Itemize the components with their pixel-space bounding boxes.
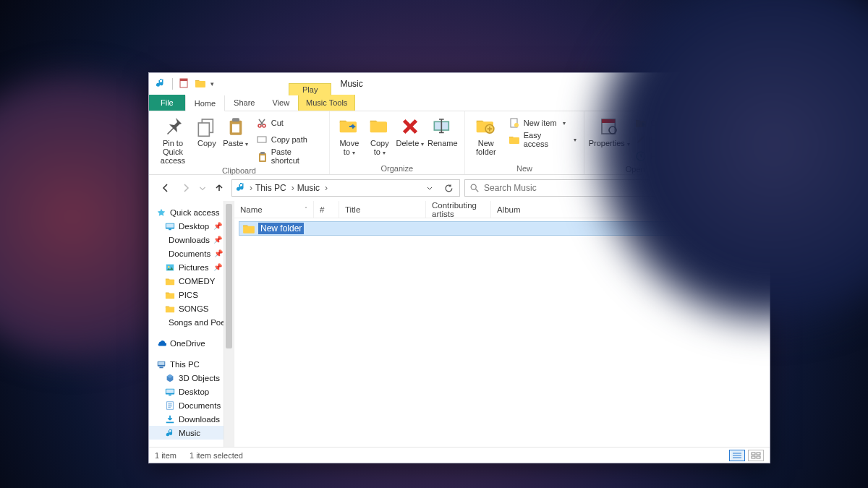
menu-tab-music-tools[interactable]: Music Tools [298, 95, 355, 111]
sidebar-item-pics[interactable]: PICS [149, 288, 234, 301]
sidebar-scrollbar[interactable] [224, 201, 234, 447]
sidebar-quick-access[interactable]: Quick access [149, 205, 234, 219]
content-area: Name˄ # Title Contributing artists Album… [234, 201, 770, 447]
titlebar: ▾ Play Music [149, 73, 770, 95]
app-icon [155, 77, 166, 91]
select-group-label: Select [691, 163, 765, 174]
svg-rect-36 [752, 456, 755, 458]
ribbon-group-organize: Move to Copy to Delete Rename Organize [330, 111, 465, 174]
sidebar-item-documents[interactable]: Documents📌 [149, 247, 234, 260]
pin-label: Pin to Quick access [153, 139, 192, 165]
menu-tab-home[interactable]: Home [185, 95, 225, 111]
qat-dropdown-icon[interactable]: ▾ [210, 80, 214, 87]
back-button[interactable] [158, 180, 174, 196]
tiles-view-button[interactable] [748, 450, 764, 461]
details-view-button[interactable] [729, 450, 745, 461]
qat-properties-icon[interactable] [179, 77, 190, 91]
sidebar-this-pc[interactable]: This PC [149, 357, 234, 371]
forward-button[interactable] [178, 180, 194, 196]
svg-rect-35 [757, 453, 760, 455]
main-area: Quick access Desktop📌Downloads📌Documents… [149, 201, 770, 447]
window-title: Music [331, 73, 672, 95]
menu-tab-view[interactable]: View [263, 95, 298, 111]
sidebar-item-comedy[interactable]: COMEDY [149, 274, 234, 288]
svg-rect-37 [757, 456, 760, 458]
invert-selection-button[interactable]: Invert selection [691, 149, 765, 163]
qat-folder-icon[interactable] [195, 77, 206, 91]
svg-rect-26 [718, 81, 724, 87]
collapse-ribbon-button[interactable] [735, 95, 752, 111]
move-to-button[interactable]: Move to [334, 114, 365, 157]
col-album[interactable]: Album [491, 201, 563, 218]
open-group-label: Open [589, 163, 681, 174]
menu-tab-share[interactable]: Share [225, 95, 263, 111]
address-bar[interactable]: › This PC Music [231, 179, 460, 197]
search-input[interactable] [484, 183, 756, 193]
copy-to-button[interactable]: Copy to [365, 114, 395, 157]
ribbon-group-select: Select all Select none Invert selection … [686, 111, 770, 174]
col-title[interactable]: Title [339, 201, 426, 218]
sidebar-pc-music[interactable]: Music [149, 426, 234, 440]
col-name[interactable]: Name˄ [234, 201, 314, 218]
paste-button[interactable]: Paste [221, 114, 250, 148]
help-button[interactable]: ? [752, 95, 770, 111]
status-selected-count: 1 item selected [190, 451, 243, 460]
svg-point-31 [514, 123, 519, 127]
column-headers: Name˄ # Title Contributing artists Album [234, 201, 770, 218]
breadcrumb-music[interactable]: Music [297, 183, 328, 193]
col-artists[interactable]: Contributing artists [426, 201, 491, 218]
maximize-button[interactable] [705, 73, 737, 95]
context-tab-play[interactable]: Play [289, 83, 331, 95]
menu-file[interactable]: File [149, 95, 185, 111]
recent-dropdown[interactable] [198, 180, 207, 196]
ribbon-group-clipboard: Pin to Quick access Copy Paste Cut Copy … [149, 111, 330, 174]
breadcrumb-this-pc[interactable]: This PC [255, 183, 294, 193]
new-group-label: New [469, 163, 579, 173]
ribbon-group-open: Properties Open Edit History Open [584, 111, 686, 174]
address-icon [235, 181, 247, 195]
navigation-pane[interactable]: Quick access Desktop📌Downloads📌Documents… [149, 201, 234, 447]
context-tab-strip: Play [220, 73, 331, 95]
search-box[interactable] [464, 179, 761, 197]
edit-button[interactable]: Edit [632, 132, 681, 147]
close-button[interactable] [737, 73, 770, 95]
paste-shortcut-button[interactable]: Paste shortcut [253, 149, 325, 163]
file-row-new-folder[interactable]: New folder [239, 221, 770, 236]
sidebar-pc-downloads[interactable]: Downloads [149, 412, 234, 426]
sidebar-pc-3d-objects[interactable]: 3D Objects [149, 371, 234, 385]
history-button[interactable]: History [632, 149, 681, 163]
pin-to-quick-access-button[interactable]: Pin to Quick access [153, 114, 192, 165]
copy-path-button[interactable]: Copy path [253, 132, 325, 147]
scrollbar-thumb[interactable] [226, 204, 232, 348]
address-dropdown[interactable] [422, 180, 438, 196]
select-none-button[interactable]: Select none [691, 132, 765, 147]
rename-input[interactable]: New folder [258, 223, 304, 234]
sidebar-item-songs[interactable]: SONGS [149, 301, 234, 315]
sidebar-onedrive[interactable]: OneDrive [149, 336, 234, 350]
copy-button[interactable]: Copy [192, 114, 221, 147]
new-folder-button[interactable]: New folder [469, 114, 503, 156]
sidebar-item-downloads[interactable]: Downloads📌 [149, 233, 234, 247]
svg-rect-29 [258, 137, 266, 142]
minimize-button[interactable] [672, 73, 705, 95]
properties-button[interactable]: Properties [589, 114, 629, 148]
select-all-button[interactable]: Select all [691, 116, 765, 130]
window-controls [672, 73, 770, 95]
sidebar-pc-desktop[interactable]: Desktop [149, 385, 234, 398]
sidebar-pc-documents[interactable]: Documents [149, 398, 234, 412]
file-list[interactable]: New folder [234, 218, 770, 447]
refresh-button[interactable] [441, 180, 456, 196]
col-number[interactable]: # [314, 201, 339, 218]
up-button[interactable] [211, 180, 227, 196]
sidebar-item-songs-and-poems[interactable]: Songs and Poems [149, 315, 234, 329]
easy-access-button[interactable]: Easy access [506, 132, 580, 147]
delete-button[interactable]: Delete [395, 114, 425, 148]
rename-button[interactable]: Rename [425, 114, 460, 147]
cut-button[interactable]: Cut [253, 116, 325, 130]
file-explorer-window: ▾ Play Music File Home Share View Music … [148, 72, 770, 463]
sidebar-item-desktop[interactable]: Desktop📌 [149, 219, 234, 233]
new-item-button[interactable]: New item [506, 116, 580, 130]
sidebar-item-pictures[interactable]: Pictures📌 [149, 260, 234, 274]
clipboard-group-label: Clipboard [153, 165, 325, 175]
open-button[interactable]: Open [632, 116, 681, 130]
